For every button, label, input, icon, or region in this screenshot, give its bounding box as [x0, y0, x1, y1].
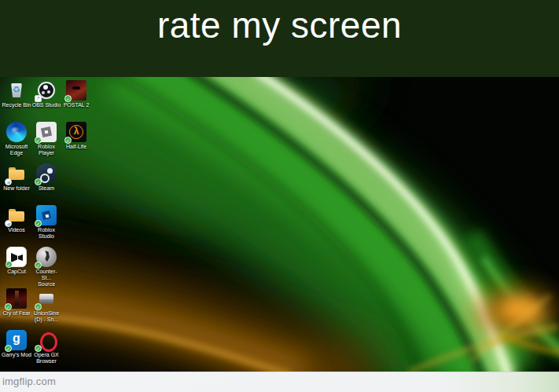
shortcut-arrow-badge [35, 95, 42, 102]
recycle-bin-icon [6, 80, 27, 101]
desktop-icon-roblox-player[interactable]: Roblox Player [31, 122, 61, 156]
desktop: Recycle Bin OBS Studio POSTAL 2 Microsof… [0, 77, 559, 372]
taskbar: 51°F y Search [0, 372, 559, 392]
desktop-icon-garrys-mod[interactable]: Garry's Mod [2, 330, 31, 358]
desktop-icon-label: Garry's Mod [2, 352, 31, 358]
capcut-icon [6, 247, 27, 267]
desktop-icon-steam[interactable]: Steam [31, 163, 61, 192]
synced-check-badge [64, 95, 72, 102]
edge-icon [6, 122, 27, 142]
imgflip-watermark: imgflip.com [2, 376, 56, 387]
desktop-icon-opera-gx[interactable]: Opera GX Browser [31, 330, 61, 365]
desktop-icon-label: Cry of Fear [2, 310, 31, 317]
synced-check-badge [5, 303, 12, 310]
roblox-studio-icon [36, 205, 57, 225]
desktop-icon-label: Videos [2, 227, 31, 233]
desktop-icon-obs-studio[interactable]: OBS Studio [31, 80, 61, 108]
synced-check-badge [35, 303, 42, 310]
synced-check-badge [35, 137, 42, 144]
desktop-icon-label: OBS Studio [31, 102, 61, 108]
desktop-icon-cry-of-fear[interactable]: Cry of Fear [2, 288, 31, 317]
synced-check-badge [6, 261, 13, 268]
desktop-icon-videos[interactable]: Videos [2, 205, 31, 233]
garrys-mod-icon [6, 330, 27, 350]
meme-caption-bar: rate my screen [0, 0, 559, 77]
synced-check-badge [5, 345, 12, 352]
desktop-icon-roblox-studio[interactable]: Roblox Studio [31, 205, 61, 240]
synced-check-badge [35, 178, 42, 185]
desktop-icon-label: Recycle Bin [2, 102, 31, 108]
opera-gx-icon [36, 330, 57, 350]
desktop-icon-label: Roblox Studio [31, 227, 61, 240]
desktop-icon-postal-2[interactable]: POSTAL 2 [61, 80, 91, 108]
desktop-icon-label: POSTAL 2 [61, 102, 91, 108]
desktop-icon-label: Half-Life [61, 144, 91, 150]
desktop-icon-label: Roblox Player [31, 144, 61, 156]
desktop-icon-unionsine-drive[interactable]: UnionSine (D) - Sh... [31, 288, 61, 323]
postal-2-icon [66, 80, 86, 101]
counter-strike-source-icon [36, 247, 57, 267]
folder-icon [6, 205, 27, 225]
meme-title: rate my screen [0, 0, 559, 46]
folder-icon [6, 163, 27, 184]
synced-check-badge [35, 220, 42, 227]
desktop-icon-half-life[interactable]: Half-Life [61, 122, 91, 150]
obs-studio-icon [36, 80, 57, 101]
external-drive-icon [36, 288, 57, 309]
desktop-icon-recycle-bin[interactable]: Recycle Bin [2, 80, 31, 108]
desktop-icon-new-folder[interactable]: New folder [2, 163, 31, 192]
meme-image: rate my screen [0, 0, 559, 392]
desktop-icon-label: Counter-St... Source [31, 269, 61, 288]
onedrive-cloud-badge [5, 178, 12, 185]
desktop-icon-label: Microsoft Edge [2, 144, 31, 156]
desktop-icon-microsoft-edge[interactable]: Microsoft Edge [2, 122, 31, 156]
synced-check-badge [64, 137, 72, 144]
synced-check-badge [35, 345, 42, 352]
onedrive-cloud-badge [5, 220, 12, 227]
desktop-icon-label: New folder [2, 185, 31, 192]
cry-of-fear-icon [6, 288, 27, 309]
roblox-player-icon [36, 122, 57, 142]
desktop-icon-counter-strike-source[interactable]: Counter-St... Source [31, 247, 61, 288]
desktop-icon-capcut[interactable]: CapCut [2, 247, 31, 275]
desktop-icon-label: Opera GX Browser [31, 352, 61, 365]
synced-check-badge [35, 262, 42, 269]
desktop-icon-label: UnionSine (D) - Sh... [31, 310, 61, 323]
half-life-icon [66, 122, 86, 142]
desktop-icon-label: Steam [31, 185, 61, 192]
steam-icon [36, 163, 57, 184]
desktop-icon-label: CapCut [2, 269, 31, 275]
